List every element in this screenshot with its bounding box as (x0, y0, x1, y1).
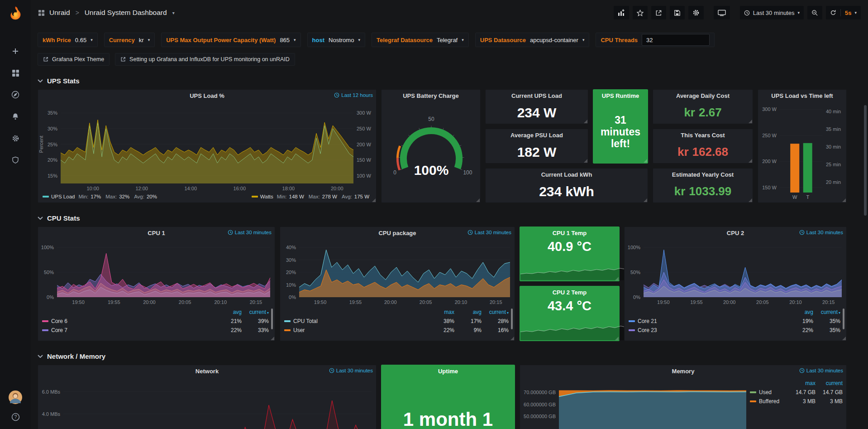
sidebar-dashboards-button[interactable] (0, 63, 31, 82)
ups-load-chart[interactable]: 15%20%25%30%35%100 W150 W200 W250 W300 W… (38, 101, 377, 193)
legend-series-name[interactable]: UPS Load (51, 194, 75, 199)
sidebar-configuration-button[interactable] (0, 129, 31, 148)
refresh-interval-select[interactable]: 5s (845, 10, 851, 16)
variable-telegraf-datasource[interactable]: Telegraf DatasourceTelegraf▾ (372, 33, 469, 47)
panel-title[interactable]: Estimated Yearly Cost (672, 171, 734, 178)
panel-title[interactable]: Memory (672, 368, 695, 375)
legend-row-core-6[interactable]: Core 621%39% (42, 317, 269, 326)
legend-row-user[interactable]: User22%9%16% (284, 326, 509, 335)
panel-resize-handle[interactable] (615, 337, 619, 340)
legend-scrollbar[interactable] (511, 308, 513, 329)
panel-time-range[interactable]: Last 30 minutes (329, 368, 373, 373)
legend-row-buffered[interactable]: Buffered3 MB3 MB (750, 397, 843, 406)
help-button[interactable]: ? (11, 413, 20, 423)
variable-ups-max-output-power-capacity-watt[interactable]: UPS Max Output Power Capacity (Watt)865▾ (161, 33, 300, 47)
legend-scrollbar[interactable] (271, 308, 273, 329)
panel-time-range[interactable]: Last 30 minutes (799, 230, 843, 235)
add-panel-button[interactable] (614, 6, 629, 19)
dashboard-link-setting-up-grafana-and-influxdb-for-ups-monitoring-on-unraid[interactable]: Setting up Grafana and InfluxDB for UPS … (115, 53, 295, 66)
sidebar-create-button[interactable] (0, 42, 31, 61)
panel-title[interactable]: CPU package (378, 230, 416, 236)
panel-resize-handle[interactable] (615, 277, 619, 280)
dashboard-grid-icon[interactable] (38, 10, 45, 16)
sidebar-explore-button[interactable] (0, 85, 31, 104)
variable-kwh-price[interactable]: kWh Price0.65▾ (38, 33, 98, 47)
variable-cpu-threads[interactable]: CPU Threads32 (596, 33, 715, 47)
legend-column-max[interactable]: max (427, 309, 454, 315)
dashboard-title[interactable]: Unraid System Dashboard (85, 9, 167, 17)
legend-row-core-21[interactable]: Core 2119%35% (629, 317, 840, 326)
tv-mode-button[interactable] (714, 6, 730, 19)
dashboard-dropdown-caret-icon[interactable]: ▾ (172, 10, 175, 15)
panel-resize-handle[interactable] (842, 198, 846, 202)
panel-title[interactable]: UPS Load % (190, 92, 224, 99)
save-button[interactable] (670, 6, 685, 19)
variable-input[interactable]: 32 (642, 34, 710, 46)
panel-title[interactable]: Uptime (438, 368, 458, 375)
time-range-picker[interactable]: Last 30 minutes ▾ (740, 6, 804, 19)
panel-time-range[interactable]: Last 30 minutes (467, 230, 511, 235)
cpu2-chart[interactable]: 0%50%100%19:5019:5520:0020:0520:1020:15 (625, 239, 846, 306)
panel-title[interactable]: UPS Battery Charge (403, 92, 459, 99)
panel-title[interactable]: Average PSU Load (510, 132, 563, 139)
cpu-package-chart[interactable]: 0%10%20%30%40%19:5019:5520:0020:0520:102… (280, 239, 515, 306)
legend-item-ups-load[interactable]: UPS LoadMin:17%Max:32%Avg:20% (43, 194, 159, 199)
legend-item-watts[interactable]: WattsMin:148 WMax:278 WAvg:175 W (252, 194, 372, 199)
row-header-cpu-stats[interactable]: CPU Stats (38, 213, 868, 223)
legend-column-avg[interactable]: avg (786, 309, 813, 315)
grafana-logo[interactable] (0, 0, 31, 26)
row-header-ups-stats[interactable]: UPS Stats (38, 76, 868, 86)
panel-title[interactable]: Network (196, 368, 219, 375)
legend-column-avg[interactable]: avg (454, 309, 482, 315)
panel-resize-handle[interactable] (271, 337, 274, 340)
variable-host[interactable]: hostNostromo▾ (307, 33, 365, 47)
panel-time-range[interactable]: Last 12 hours (334, 92, 373, 98)
panel-time-range[interactable]: Last 30 minutes (228, 230, 272, 235)
mark-favorite-button[interactable] (633, 6, 648, 19)
legend-series-name[interactable]: Watts (260, 194, 273, 199)
panel-title[interactable]: This Years Cost (681, 132, 725, 139)
network-chart[interactable]: 2.0 MBs4.0 MBs6.0 MBs19:5019:5520:0020:0… (38, 377, 376, 429)
panel-title[interactable]: Average Daily Cost (676, 92, 730, 99)
panel-resize-handle[interactable] (842, 337, 846, 340)
legend-row-used[interactable]: Used14.7 GB14.7 GB (750, 388, 843, 397)
panel-title[interactable]: UPS Load vs Time left (771, 92, 833, 99)
panel-title[interactable]: Current Load kWh (541, 171, 592, 178)
panel-title[interactable]: UPS Runtime (602, 92, 639, 99)
cpu1-chart[interactable]: 0%50%100%19:5019:5520:0020:0520:1020:15 (38, 239, 275, 306)
legend-column-current[interactable]: current (816, 380, 843, 386)
legend-row-core-7[interactable]: Core 722%33% (42, 326, 269, 335)
legend-column-current[interactable]: current▾ (242, 309, 269, 315)
panel-resize-handle[interactable] (372, 198, 376, 202)
legend-column-avg[interactable]: avg (215, 309, 242, 315)
panel-title[interactable]: CPU 1 (148, 230, 165, 236)
page-scrollbar[interactable] (864, 105, 867, 216)
legend-column-current[interactable]: current▾ (482, 309, 509, 315)
legend-row-core-23[interactable]: Core 2322%35% (629, 326, 840, 335)
panel-title[interactable]: CPU 2 (727, 230, 744, 236)
breadcrumb-app[interactable]: Unraid (49, 9, 70, 17)
dashboard-settings-button[interactable] (688, 6, 704, 19)
share-button[interactable] (651, 6, 666, 19)
panel-time-range[interactable]: Last 30 minutes (799, 368, 843, 373)
sidebar-alerting-button[interactable] (0, 107, 31, 126)
legend-row-cpu-total[interactable]: CPU Total38%17%28% (284, 317, 509, 326)
legend-column-max[interactable]: max (788, 380, 816, 386)
zoom-out-button[interactable] (807, 6, 822, 19)
memory-chart[interactable]: 50.000000 GB60.000000 GB70.000000 GB (520, 377, 750, 429)
user-avatar[interactable] (9, 390, 22, 405)
refresh-button[interactable]: 5s ▾ (826, 6, 861, 19)
ups-load-vs-time-chart[interactable]: 150 W200 W250 W300 W20 min25 min30 min35… (758, 101, 846, 203)
legend-scrollbar[interactable] (843, 308, 844, 329)
battery-gauge-chart[interactable]: 050100100% (382, 101, 481, 203)
row-header-network-memory[interactable]: Network / Memory (38, 351, 868, 361)
sidebar-server-admin-button[interactable] (0, 150, 31, 169)
panel-resize-handle[interactable] (476, 198, 480, 202)
variable-ups-datasource[interactable]: UPS Datasourceapcupsd-container▾ (475, 33, 590, 47)
panel-title[interactable]: Current UPS Load (511, 92, 562, 99)
panel-resize-handle[interactable] (510, 337, 514, 340)
legend-column-current[interactable]: current▾ (813, 309, 840, 315)
svg-text:30%: 30% (48, 126, 57, 131)
variable-currency[interactable]: Currencykr▾ (104, 33, 155, 47)
dashboard-link-grafana-plex-theme[interactable]: Grafana Plex Theme (38, 53, 110, 66)
